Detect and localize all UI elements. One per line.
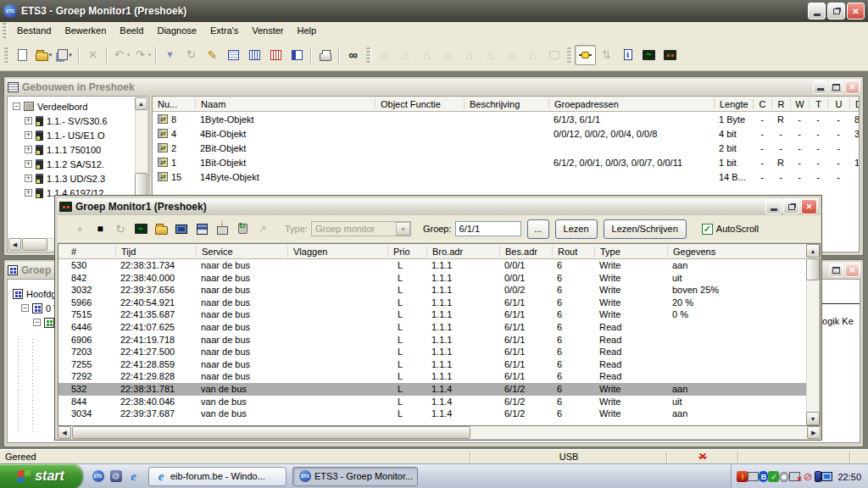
network-error-icon[interactable] bbox=[789, 472, 800, 481]
col-tijd[interactable]: Tijd bbox=[115, 246, 196, 257]
monitor-green-button[interactable] bbox=[638, 45, 659, 65]
tree-scroll-up-icon[interactable]: ▲ bbox=[135, 97, 147, 110]
col-prio[interactable]: Prio bbox=[387, 246, 426, 257]
autoscroll-checkbox[interactable] bbox=[702, 224, 713, 235]
tree-scroll-left-icon[interactable]: ◀ bbox=[8, 238, 21, 251]
tree-item[interactable]: 1.1.2 SA/S12. bbox=[25, 157, 148, 171]
monitor-titlebar[interactable]: Groep Monitor1 (Preshoek) ✕ bbox=[58, 198, 819, 215]
menu-beeld[interactable]: Beeld bbox=[113, 24, 150, 37]
restore-button[interactable] bbox=[827, 3, 845, 19]
col-bes-adr[interactable]: Bes.adr bbox=[499, 246, 552, 257]
col-w[interactable]: W bbox=[790, 98, 809, 109]
menu-diagnose[interactable]: Diagnose bbox=[150, 24, 203, 37]
tree-item[interactable]: 1.1.- SV/S30.6 bbox=[25, 114, 148, 128]
col-u[interactable]: U bbox=[827, 98, 849, 109]
quicklaunch-ets[interactable] bbox=[89, 466, 107, 486]
open-button[interactable] bbox=[151, 219, 171, 238]
find-button[interactable] bbox=[342, 45, 364, 65]
clear-button[interactable] bbox=[232, 219, 253, 238]
open-project-button[interactable]: ▾ bbox=[33, 45, 54, 65]
filter-button[interactable] bbox=[159, 45, 181, 65]
dropdown-arrow-icon[interactable]: ▾ bbox=[69, 52, 72, 58]
tree-item[interactable]: 1.1.- US/E1 O bbox=[25, 128, 148, 142]
col-t[interactable]: T bbox=[809, 98, 827, 109]
telegram-row[interactable]: 3034 22:39:37.687 van de bus L 1.1.4 6/1… bbox=[58, 408, 807, 420]
browse-button[interactable]: ... bbox=[527, 219, 549, 239]
expand-icon[interactable] bbox=[25, 189, 32, 197]
battery-icon[interactable] bbox=[815, 471, 821, 482]
monitor-hscroll[interactable]: ◀ ▶ bbox=[58, 426, 821, 439]
col-object-functie[interactable]: Object Functie bbox=[375, 98, 464, 109]
print-button[interactable] bbox=[314, 45, 336, 65]
minimize-button[interactable] bbox=[808, 3, 826, 19]
groep-close-button[interactable]: ✕ bbox=[845, 263, 860, 277]
expand-icon[interactable] bbox=[25, 160, 32, 168]
telegram-row[interactable]: 7255 22:41:28.859 naar de bus L 1.1.1 6/… bbox=[58, 358, 807, 371]
toolbar-grip[interactable] bbox=[4, 47, 9, 63]
gebouwen-close-button[interactable]: ✕ bbox=[845, 80, 860, 94]
expand-icon[interactable] bbox=[25, 175, 32, 182]
tree-item[interactable]: 1.1.3 UD/S2.3 bbox=[25, 171, 148, 186]
expand-icon[interactable] bbox=[25, 146, 32, 153]
dropdown-arrow-icon[interactable]: ▾ bbox=[127, 52, 131, 58]
expand-icon[interactable] bbox=[25, 117, 32, 125]
telegram-row[interactable]: 6906 22:41:19.718 naar de bus L 1.1.1 6/… bbox=[58, 334, 807, 347]
col-bro-adr[interactable]: Bro.adr bbox=[426, 246, 499, 257]
connect-button[interactable] bbox=[575, 45, 596, 65]
read-write-button[interactable]: Lezen/Schrijven bbox=[604, 219, 687, 239]
col-dat[interactable]: Dat bbox=[849, 98, 859, 109]
quicklaunch-messenger[interactable] bbox=[107, 466, 125, 486]
object-row[interactable]: 4 4Bit-Objekt 0/0/12, 0/0/2, 0/0/4, 0/0/… bbox=[153, 126, 859, 141]
col-r[interactable]: R bbox=[771, 98, 790, 109]
info-button[interactable] bbox=[617, 45, 638, 65]
monitor-table-header[interactable]: # Tijd Service Vlaggen Prio Bro.adr Bes.… bbox=[58, 244, 807, 259]
save-button[interactable] bbox=[192, 219, 212, 238]
telegram-row[interactable]: 7515 22:41:35.687 naar de bus L 1.1.1 6/… bbox=[58, 308, 807, 321]
monitor-minimize-button[interactable] bbox=[765, 199, 782, 214]
telegram-row[interactable]: 532 22:38:31.781 van de bus L 1.1.4 6/1/… bbox=[58, 383, 807, 396]
table-view-button[interactable] bbox=[223, 45, 244, 65]
network-monitor-icon[interactable] bbox=[748, 472, 759, 481]
monitor-red-button[interactable] bbox=[659, 45, 681, 65]
toolbar-grip[interactable] bbox=[366, 47, 371, 63]
display-icon[interactable] bbox=[821, 472, 832, 481]
object-row[interactable]: 1 1Bit-Objekt 6/1/2, 0/0/1, 0/0/3, 0/0/7… bbox=[153, 155, 859, 169]
gebouwen-maximize-button[interactable] bbox=[829, 80, 843, 94]
catalog-button[interactable]: ▾ bbox=[54, 45, 75, 65]
taskbar-clock[interactable]: 22:50 bbox=[837, 472, 861, 482]
edit-search-button[interactable] bbox=[202, 45, 223, 65]
menu-extras[interactable]: Extra's bbox=[203, 24, 245, 37]
gebouwen-list-header[interactable]: Nu... Naam Object Functie Beschrijving G… bbox=[153, 97, 859, 112]
telegram-row[interactable]: 5966 22:40:54.921 naar de bus L 1.1.1 6/… bbox=[58, 297, 807, 309]
monitor-green-button[interactable] bbox=[131, 219, 151, 238]
disc-icon[interactable] bbox=[779, 472, 789, 482]
tree-item[interactable]: 1.1.1 750100 bbox=[25, 142, 148, 157]
monitor-scroll-up-icon[interactable]: ▲ bbox=[806, 244, 820, 258]
panel-view-button[interactable] bbox=[287, 45, 308, 65]
col-nummer[interactable]: Nu... bbox=[153, 98, 195, 109]
toolbar-grip[interactable] bbox=[567, 47, 572, 63]
export-button[interactable] bbox=[212, 219, 232, 238]
antivirus-icon[interactable] bbox=[737, 471, 748, 482]
list-view-button[interactable] bbox=[244, 45, 265, 65]
menu-venster[interactable]: Venster bbox=[245, 24, 290, 37]
tree-vscroll-thumb[interactable] bbox=[135, 173, 147, 197]
read-button[interactable]: Lezen bbox=[555, 219, 598, 239]
monitor-scroll-down-icon[interactable]: ▼ bbox=[806, 412, 820, 425]
object-row[interactable]: 2 2Bit-Objekt 2 bit - - - - - bbox=[153, 141, 859, 155]
task-ets3[interactable]: ETS3 - Groep Monitor... bbox=[292, 467, 418, 486]
dropdown-arrow-icon[interactable]: ▾ bbox=[148, 52, 152, 58]
gebouwen-minimize-button[interactable] bbox=[813, 80, 827, 94]
col-rout[interactable]: Rout bbox=[552, 246, 594, 257]
col-number[interactable]: # bbox=[58, 246, 115, 257]
telegram-row[interactable]: 842 22:38:40.000 naar de bus L 1.1.1 0/0… bbox=[58, 272, 807, 285]
task-eib-forum[interactable]: eib-forum.be - Windo... bbox=[148, 467, 287, 486]
menu-bestand[interactable]: Bestand bbox=[10, 24, 58, 37]
monitor-scroll-right-icon[interactable]: ▶ bbox=[807, 426, 821, 439]
monitor-close-button[interactable]: ✕ bbox=[801, 199, 817, 214]
monitor-hscroll-thumb[interactable] bbox=[72, 426, 470, 439]
grid-red-button[interactable] bbox=[265, 45, 287, 65]
telegram-row[interactable]: 7203 22:41:27.500 naar de bus L 1.1.1 6/… bbox=[58, 346, 807, 358]
groep-maximize-button[interactable] bbox=[829, 263, 843, 277]
col-service[interactable]: Service bbox=[196, 246, 287, 257]
